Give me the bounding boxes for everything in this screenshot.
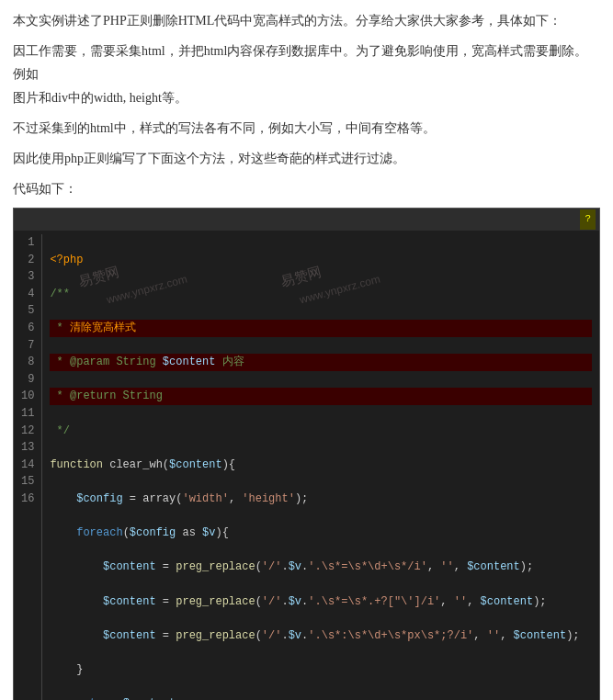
main-content: 本文实例讲述了PHP正则删除HTML代码中宽高样式的方法。分享给大家供大家参考，… [0,0,613,700]
intro-line1: 本文实例讲述了PHP正则删除HTML代码中宽高样式的方法。分享给大家供大家参考，… [13,9,600,32]
intro-line3: 不过采集到的html中，样式的写法各有不同，例如大小写，中间有空格等。 [13,117,600,140]
code-label: 代码如下： [13,177,600,200]
intro-line2: 因工作需要，需要采集html，并把html内容保存到数据库中。为了避免影响使用，… [13,40,600,109]
code-content-1: <?php /** * 清除宽高样式 * @param String $cont… [42,234,599,700]
code-header-left [17,209,24,230]
intro-line4: 因此使用php正则编写了下面这个方法，对这些奇葩的样式进行过滤。 [13,147,600,170]
line-numbers-1: 12345 678910 1112131415 16 [14,234,42,700]
code-question-mark[interactable]: ? [580,209,596,230]
code-block-1: 易赞网 www.ynpxrz.com 易赞网 www.ynpxrz.com ? … [13,208,600,700]
code-lines-1: 12345 678910 1112131415 16 <?php /** * 清… [14,231,599,700]
